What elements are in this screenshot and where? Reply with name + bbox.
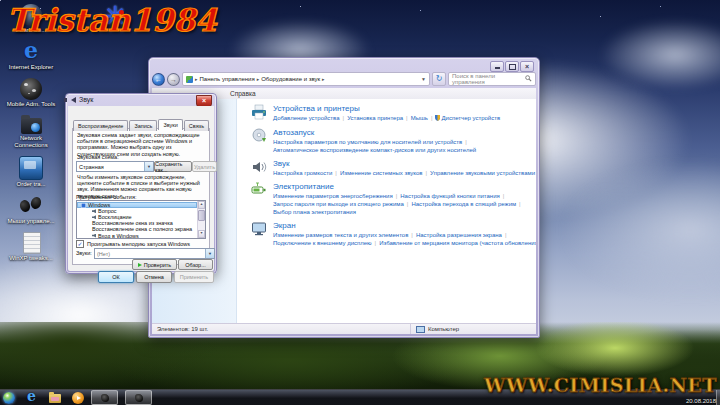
cp-task-link[interactable]: Избавление от мерцания монитора (частота… <box>379 240 536 246</box>
cp-section-title[interactable]: Электропитание <box>273 182 524 192</box>
startup-sound-label: Проигрывать мелодию запуска Windows <box>87 241 190 247</box>
cp-task-line: Изменение параметров энергосбережения|На… <box>273 192 524 200</box>
scroll-down-icon[interactable]: ▼ <box>198 230 205 238</box>
cp-task-link[interactable]: Управление звуковыми устройствами <box>430 170 535 176</box>
link-separator: | <box>426 170 428 176</box>
breadcrumb-item[interactable]: Оборудование и звук <box>261 76 320 82</box>
tab-strip: ВоспроизведениеЗаписьЗвукиСвязь <box>73 120 210 131</box>
network-icon <box>21 118 42 134</box>
cp-section: АвтозапускНастройка параметров по умолча… <box>251 128 532 154</box>
audio-icon <box>20 195 42 217</box>
cp-section: Устройства и принтерыДобавление устройст… <box>251 104 532 123</box>
desktop-icon-admintools[interactable]: Mobile Adm. Tools <box>2 78 60 108</box>
scroll-track[interactable] <box>198 209 205 230</box>
forward-button[interactable]: → <box>167 73 180 86</box>
taskbar-media-player-icon[interactable] <box>72 392 84 404</box>
cp-section-title[interactable]: Экран <box>273 221 536 231</box>
cp-section-body: ЭкранИзменение размеров текста и других … <box>273 221 536 247</box>
scroll-thumb[interactable] <box>198 210 205 221</box>
breadcrumb-item[interactable]: Панель управления <box>200 76 255 82</box>
taskbar-explorer-icon[interactable] <box>49 394 61 403</box>
desktop-icon-network[interactable]: Network Connections <box>2 115 60 149</box>
desktop-icon-notes[interactable]: WinXP tweaks... <box>2 232 60 262</box>
sounds-label: Звуки: <box>76 250 92 256</box>
browse-button[interactable]: Обзор... <box>178 259 213 270</box>
speaker-icon <box>92 215 96 219</box>
tab-Запись[interactable]: Запись <box>129 120 157 131</box>
desktop-icon-order[interactable]: Order tra... <box>2 156 60 188</box>
breadcrumb[interactable]: ▸Панель управления▸Оборудование и звук▸ … <box>182 72 430 86</box>
cp-task-link[interactable]: Установка принтера <box>347 115 403 121</box>
sounds-select[interactable]: (Нет) ▼ <box>94 248 215 259</box>
delete-button[interactable]: Удалить <box>192 161 217 172</box>
cp-task-link[interactable]: Добавление устройства <box>273 115 340 121</box>
link-separator: | <box>406 115 408 121</box>
cp-task-link[interactable]: Изменение параметров энергосбережения <box>273 193 393 199</box>
breadcrumb-dropdown-icon[interactable]: ▼ <box>421 76 426 82</box>
wallpaper-stars <box>0 0 1 1</box>
windows-icon <box>81 203 86 208</box>
cp-task-link[interactable]: Настройка параметров по умолчанию для но… <box>273 139 462 145</box>
scheme-select[interactable]: Странная ▼ <box>76 161 154 172</box>
tab-Воспроизведение[interactable]: Воспроизведение <box>73 120 128 131</box>
sound-event-label: Восстановление окна из значка <box>92 220 173 226</box>
cp-section-title[interactable]: Автозапуск <box>273 128 476 138</box>
cp-section-body: Устройства и принтерыДобавление устройст… <box>273 104 500 123</box>
cp-section-title[interactable]: Устройства и принтеры <box>273 104 500 114</box>
link-separator: | <box>465 139 467 145</box>
refresh-button[interactable]: ↻ <box>432 72 446 86</box>
cp-section-body: ЗвукНастройка громкости|Изменение систем… <box>273 159 535 177</box>
test-button[interactable]: Проверить <box>132 259 177 270</box>
maximize-icon <box>509 64 516 70</box>
cp-task-link[interactable]: Диспетчер устройств <box>435 115 500 121</box>
app-icon <box>135 394 143 402</box>
cp-task-link[interactable]: Изменение размеров текста и других элеме… <box>273 232 408 238</box>
cp-task-link[interactable]: Выбор плана электропитания <box>273 209 356 215</box>
tray-date: 20.08.2018 <box>686 398 716 404</box>
desktop-icon-label: Network Connections <box>3 135 59 149</box>
apply-button[interactable]: Применить <box>174 271 214 283</box>
cp-task-link[interactable]: Подключение к внешнему дисплею <box>273 240 372 246</box>
ok-button[interactable]: ОК <box>98 271 134 283</box>
cp-task-link[interactable]: Настройка функций кнопки питания <box>400 193 500 199</box>
cp-task-link[interactable]: Мышь <box>411 115 428 121</box>
startup-sound-checkbox[interactable]: ✓ <box>76 240 84 248</box>
cancel-button[interactable]: Отмена <box>136 271 172 283</box>
tab-Связь[interactable]: Связь <box>184 120 209 131</box>
sound-event-row[interactable]: Вход в Windows <box>77 232 197 238</box>
cp-task-link[interactable]: Настройка разрешения экрана <box>416 232 502 238</box>
desktop-icon-label: Order tra... <box>16 181 45 188</box>
breadcrumb-separator-icon: ▸ <box>322 76 325 82</box>
desktop-icon-audio[interactable]: Мыши управле... <box>2 195 60 225</box>
taskbar-window-button[interactable] <box>91 390 118 405</box>
scroll-up-icon[interactable]: ▲ <box>198 201 205 209</box>
cp-task-link[interactable]: Изменение системных звуков <box>340 170 423 176</box>
speaker-icon <box>71 97 76 103</box>
order-icon <box>19 156 43 180</box>
cp-task-link[interactable]: Запрос пароля при выходе из спящего режи… <box>273 201 404 207</box>
desktop-icon-column: eDark Co...Internet ExplorerMobile Adm. … <box>2 4 60 262</box>
desktop: eDark Co...Internet ExplorerMobile Adm. … <box>0 0 720 405</box>
program-events-list: WindowsВопросВосклицаниеВосстановление о… <box>76 200 206 239</box>
taskbar-ie-icon[interactable] <box>26 392 38 404</box>
cp-section-title[interactable]: Звук <box>273 159 535 169</box>
tristan-logo: ✳Tristan1984 <box>7 0 217 40</box>
cp-task-link[interactable]: Автоматическое воспроизведение компакт-д… <box>273 147 476 153</box>
cp-task-link[interactable]: Настройка перехода в спящий режим <box>411 201 516 207</box>
desktop-icon-ie[interactable]: Internet Explorer <box>2 41 60 71</box>
sound-icon <box>251 159 267 175</box>
search-input[interactable]: Поиск в панели управления <box>448 72 536 86</box>
taskbar-window-button[interactable] <box>125 390 152 405</box>
scrollbar[interactable]: ▲ ▼ <box>197 201 205 238</box>
breadcrumb-separator-icon: ▸ <box>257 76 260 82</box>
sound-event-label: Восстановление окна с полного экрана <box>92 226 192 232</box>
link-separator: | <box>505 232 507 238</box>
cp-task-link[interactable]: Настройка громкости <box>273 170 332 176</box>
start-button[interactable] <box>3 392 15 404</box>
status-bar: Элементов: 19 шт. Компьютер <box>152 323 536 334</box>
tab-Звуки[interactable]: Звуки <box>158 119 182 130</box>
save-as-button[interactable]: Сохранить как... <box>154 161 192 172</box>
notes-icon <box>23 232 41 254</box>
back-button[interactable]: ← <box>152 73 165 86</box>
link-separator: | <box>335 170 337 176</box>
